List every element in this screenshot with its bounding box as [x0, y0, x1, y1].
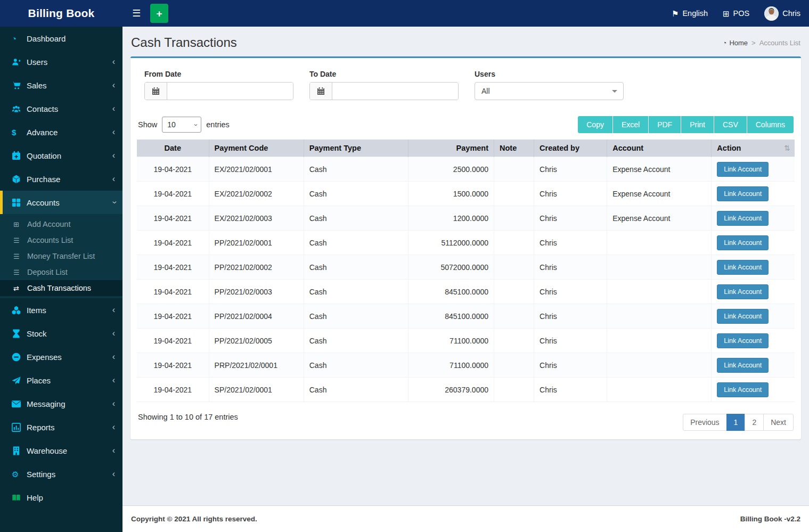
app-brand[interactable]: Billing Book	[0, 0, 122, 27]
cell-date: 19-04-2021	[137, 255, 209, 280]
user-menu[interactable]: Chris	[764, 6, 800, 21]
link-account-button[interactable]: Link Account	[717, 211, 769, 226]
table-row: 19-04-2021PRP/2021/02/0001Cash71100.0000…	[137, 353, 795, 378]
cell-note	[494, 378, 534, 402]
sidebar-toggle-button[interactable]: ☰	[129, 6, 144, 21]
cell-date: 19-04-2021	[137, 280, 209, 304]
sidebar-item-deposit-list[interactable]: ☰Deposit List	[0, 264, 122, 280]
sidebar-item-label: Warehouse	[27, 446, 67, 455]
page-title: Cash Transactions	[131, 35, 237, 50]
link-account-button[interactable]: Link Account	[717, 260, 769, 275]
sidebar-item-label: Money Transfer List	[27, 252, 95, 260]
page-button-2[interactable]: 2	[745, 414, 764, 431]
column-header-note[interactable]: Note	[494, 140, 534, 157]
to-date-input[interactable]	[332, 83, 458, 100]
sidebar-item-quotation[interactable]: Quotation‹	[0, 144, 122, 167]
sidebar-item-label: Items	[27, 306, 46, 315]
csv-button[interactable]: CSV	[714, 116, 747, 133]
sidebar-item-messaging[interactable]: Messaging‹	[0, 392, 122, 415]
users-select[interactable]: All	[475, 82, 624, 100]
list-icon: ☰	[13, 253, 27, 260]
sidebar-item-dashboard[interactable]: ◔Dashboard	[0, 27, 122, 50]
column-header-payment[interactable]: Payment	[408, 140, 494, 157]
column-header-date[interactable]: Date	[137, 140, 209, 157]
from-date-label: From Date	[144, 70, 293, 78]
pdf-button[interactable]: PDF	[649, 116, 681, 133]
sidebar-item-label: Deposit List	[27, 268, 68, 276]
link-account-button[interactable]: Link Account	[717, 358, 769, 373]
contacts-icon	[12, 104, 27, 113]
sidebar-item-accounts-list[interactable]: ☰Accounts List	[0, 232, 122, 248]
from-date-group	[144, 82, 293, 100]
print-button[interactable]: Print	[681, 116, 714, 133]
excel-button[interactable]: Excel	[613, 116, 648, 133]
table-controls: Show 10 ‹ entries CopyExcelPDFPrintCSVCo…	[137, 113, 795, 140]
paper-plane-icon	[12, 376, 27, 385]
column-header-account[interactable]: Account	[607, 140, 712, 157]
page-length-select[interactable]: 10 ‹	[162, 117, 201, 133]
cell-account: Expense Account	[607, 182, 712, 206]
sidebar-item-reports[interactable]: Reports‹	[0, 415, 122, 439]
sidebar-item-settings[interactable]: ⚙Settings‹	[0, 462, 122, 486]
transactions-table: DatePayment CodePayment TypePaymentNoteC…	[137, 140, 795, 402]
sort-icon[interactable]: ⇅	[784, 144, 790, 152]
to-date-filter: To Date	[309, 70, 459, 100]
column-header-payment-type[interactable]: Payment Type	[304, 140, 408, 157]
sidebar-item-purchase[interactable]: Purchase‹	[0, 167, 122, 191]
quick-add-button[interactable]: +	[150, 4, 168, 23]
link-account-button[interactable]: Link Account	[717, 284, 769, 299]
column-header-payment-code[interactable]: Payment Code	[209, 140, 304, 157]
sidebar-item-stock[interactable]: Stock‹	[0, 322, 122, 345]
cell-note	[494, 304, 534, 329]
language-menu[interactable]: ⚑ English	[672, 9, 708, 18]
chevron-left-icon: ‹	[112, 423, 115, 431]
cubes-icon	[12, 306, 27, 315]
from-date-input[interactable]	[167, 83, 293, 100]
sidebar-item-cash-transactions[interactable]: ⇄Cash Transactions	[0, 280, 122, 296]
breadcrumb-home-link[interactable]: ◔ Home	[723, 39, 748, 47]
previous-button[interactable]: Previous	[683, 414, 726, 431]
sidebar-item-expenses[interactable]: Expenses‹	[0, 345, 122, 369]
cell-payment-type: Cash	[304, 280, 408, 304]
cell-account: Expense Account	[607, 206, 712, 231]
sidebar-item-users[interactable]: Users‹	[0, 50, 122, 73]
sidebar-item-places[interactable]: Places‹	[0, 369, 122, 392]
cell-payment-type: Cash	[304, 353, 408, 378]
link-account-button[interactable]: Link Account	[717, 382, 769, 397]
sidebar-item-label: Help	[27, 493, 43, 502]
column-header-created-by[interactable]: Created by	[534, 140, 607, 157]
navbar-left: ☰ +	[122, 0, 168, 27]
pos-button[interactable]: ⊞ POS	[723, 9, 749, 18]
sidebar-item-items[interactable]: Items‹	[0, 298, 122, 322]
copy-button[interactable]: Copy	[578, 116, 612, 133]
sidebar-item-label: Sales	[27, 81, 47, 90]
link-account-button[interactable]: Link Account	[717, 309, 769, 324]
dollar-icon: $	[12, 128, 27, 136]
link-account-button[interactable]: Link Account	[717, 235, 769, 250]
cell-account	[607, 329, 712, 353]
sidebar-item-help[interactable]: Help	[0, 486, 122, 509]
cash-transactions-card: From Date To Date Users All	[130, 56, 801, 439]
columns-button[interactable]: Columns	[747, 116, 794, 133]
page-button-1[interactable]: 1	[726, 414, 746, 431]
cell-created-by: Chris	[534, 329, 607, 353]
sidebar-item-money-transfer-list[interactable]: ☰Money Transfer List	[0, 248, 122, 264]
link-account-button[interactable]: Link Account	[717, 186, 769, 201]
link-account-button[interactable]: Link Account	[717, 162, 769, 177]
breadcrumb-separator: >	[751, 39, 756, 47]
next-button[interactable]: Next	[763, 414, 794, 431]
cell-payment-type: Cash	[304, 255, 408, 280]
link-account-button[interactable]: Link Account	[717, 333, 769, 348]
sidebar-item-advance[interactable]: $Advance‹	[0, 120, 122, 144]
sidebar-item-warehouse[interactable]: Warehouse‹	[0, 439, 122, 462]
sidebar-item-contacts[interactable]: Contacts‹	[0, 97, 122, 120]
filters-row: From Date To Date Users All	[137, 63, 795, 113]
cell-payment-code: SP/2021/02/0001	[209, 378, 304, 402]
sidebar-item-accounts[interactable]: Accounts‹	[0, 191, 122, 214]
column-header-action[interactable]: Action⇅	[712, 140, 795, 157]
cell-date: 19-04-2021	[137, 182, 209, 206]
sidebar-item-add-account[interactable]: ⊞Add Account	[0, 216, 122, 232]
sidebar-item-sales[interactable]: Sales‹	[0, 73, 122, 97]
chevron-left-icon: ‹	[112, 128, 115, 136]
cell-payment-code: EX/2021/02/0001	[209, 157, 304, 182]
